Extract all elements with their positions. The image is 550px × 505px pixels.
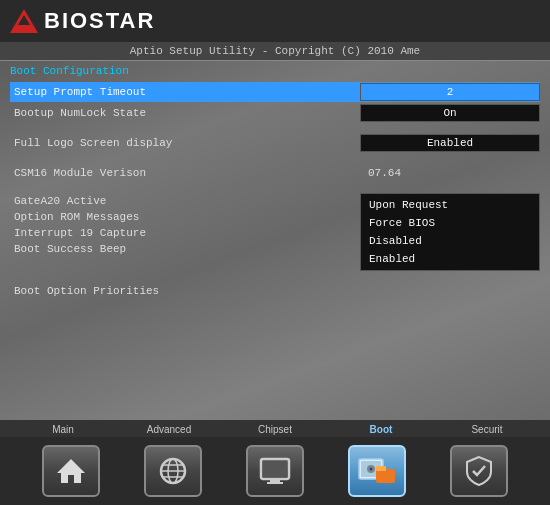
nav-btn-security[interactable] [450, 445, 508, 497]
nav-btn-advanced[interactable] [144, 445, 202, 497]
svg-rect-15 [376, 466, 386, 471]
svg-rect-8 [270, 479, 280, 482]
nav-btn-boot[interactable] [348, 445, 406, 497]
nav-label-chipset: Chipset [235, 424, 315, 435]
spacer-4 [10, 272, 540, 280]
interrupt19-value: Disabled [369, 232, 531, 250]
globe-icon [157, 455, 189, 487]
spacer-1 [10, 124, 540, 132]
boot-priorities-label: Boot Option Priorities [10, 283, 540, 299]
option-rom-label: Option ROM Messages [10, 209, 360, 225]
main-content: Boot Configuration Setup Prompt Timeout … [0, 61, 550, 420]
svg-rect-7 [263, 461, 287, 477]
multi-settings-row[interactable]: GateA20 Active Option ROM Messages Inter… [10, 193, 540, 271]
multi-value-box[interactable]: Upon Request Force BIOS Disabled Enabled [360, 193, 540, 271]
home-icon [55, 455, 87, 487]
svg-rect-14 [376, 469, 395, 483]
nav-label-advanced: Advanced [129, 424, 209, 435]
setup-prompt-label: Setup Prompt Timeout [10, 84, 360, 100]
nav-icons [0, 437, 550, 505]
gatea20-value: Upon Request [369, 196, 531, 214]
aptio-bar: Aptio Setup Utility - Copyright (C) 2010… [0, 42, 550, 61]
nav-label-security: Securit [447, 424, 527, 435]
nav-btn-chipset[interactable] [246, 445, 304, 497]
biostar-triangle-icon [10, 9, 38, 33]
svg-rect-9 [267, 482, 283, 484]
bottom-nav: Main Advanced Chipset Boot Securit [0, 420, 550, 505]
numlock-row[interactable]: Bootup NumLock State On [10, 103, 540, 123]
boot-icon [358, 455, 396, 487]
svg-point-13 [370, 468, 373, 471]
nav-btn-main[interactable] [42, 445, 100, 497]
boot-beep-label: Boot Success Beep [10, 241, 360, 257]
numlock-label: Bootup NumLock State [10, 105, 360, 121]
logo-screen-label: Full Logo Screen display [10, 135, 360, 151]
multi-settings-labels: GateA20 Active Option ROM Messages Inter… [10, 193, 360, 257]
spacer-3 [10, 184, 540, 192]
settings-area: Setup Prompt Timeout 2 Bootup NumLock St… [0, 79, 550, 420]
bios-screen: BIOSTAR Aptio Setup Utility - Copyright … [0, 0, 550, 505]
interrupt19-label: Interrupt 19 Capture [10, 225, 360, 241]
csm16-value: 07.64 [360, 165, 540, 181]
header-bar: BIOSTAR [0, 0, 550, 42]
section-title: Boot Configuration [0, 61, 550, 79]
boot-beep-value: Enabled [369, 250, 531, 268]
nav-labels: Main Advanced Chipset Boot Securit [0, 420, 550, 437]
security-icon [465, 455, 493, 487]
csm16-label: CSM16 Module Verison [10, 165, 360, 181]
svg-marker-0 [57, 459, 85, 483]
boot-priorities-row[interactable]: Boot Option Priorities [10, 281, 540, 301]
spacer-2 [10, 154, 540, 162]
gatea20-label: GateA20 Active [10, 193, 360, 209]
numlock-value[interactable]: On [360, 104, 540, 122]
logo-screen-row[interactable]: Full Logo Screen display Enabled [10, 133, 540, 153]
nav-label-boot: Boot [341, 424, 421, 435]
csm16-row[interactable]: CSM16 Module Verison 07.64 [10, 163, 540, 183]
monitor-icon [259, 455, 291, 487]
biostar-logo-text: BIOSTAR [44, 8, 155, 34]
logo-container: BIOSTAR [10, 8, 155, 34]
setup-prompt-row[interactable]: Setup Prompt Timeout 2 [10, 82, 540, 102]
option-rom-value: Force BIOS [369, 214, 531, 232]
nav-label-main: Main [23, 424, 103, 435]
setup-prompt-value[interactable]: 2 [360, 83, 540, 101]
logo-screen-value[interactable]: Enabled [360, 134, 540, 152]
